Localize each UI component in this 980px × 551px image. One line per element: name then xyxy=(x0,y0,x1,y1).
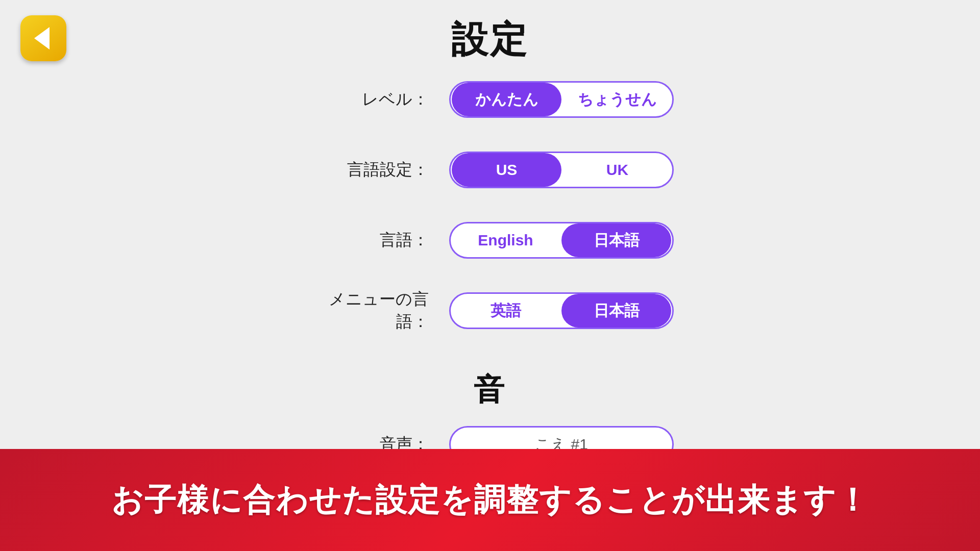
menu-language-english-option[interactable]: 英語 xyxy=(451,294,560,328)
language-uk-option[interactable]: UK xyxy=(562,153,672,187)
banner-text: お子様に合わせた設定を調整することが出来ます！ xyxy=(111,479,869,521)
sound-section-title: 音 xyxy=(474,369,506,411)
back-arrow-icon xyxy=(34,27,50,49)
level-label: レベル： xyxy=(306,88,449,111)
menu-language-label: メニューの言語： xyxy=(306,288,449,333)
language-setting-label: 言語設定： xyxy=(306,159,449,181)
level-option-challenge[interactable]: ちょうせん xyxy=(562,83,672,116)
level-option-easy[interactable]: かんたん xyxy=(452,83,561,116)
level-row: レベル： かんたん ちょうせん xyxy=(306,77,674,122)
back-button[interactable] xyxy=(20,15,66,61)
language-setting-row: 言語設定： US UK xyxy=(306,147,674,193)
level-toggle[interactable]: かんたん ちょうせん xyxy=(449,81,674,118)
content-area: レベル： かんたん ちょうせん 言語設定： US UK 言語： English xyxy=(0,61,980,449)
menu-language-japanese-option[interactable]: 日本語 xyxy=(561,294,671,328)
menu-language-toggle[interactable]: 英語 日本語 xyxy=(449,292,674,329)
page-title: 設定 xyxy=(0,0,980,64)
language-japanese-option[interactable]: 日本語 xyxy=(561,223,671,257)
settings-rows: レベル： かんたん ちょうせん 言語設定： US UK 言語： English xyxy=(306,77,674,349)
language-setting-toggle[interactable]: US UK xyxy=(449,152,674,188)
page-container: 設定 レベル： かんたん ちょうせん 言語設定： US UK xyxy=(0,0,980,551)
language-label: 言語： xyxy=(306,229,449,252)
language-english-option[interactable]: English xyxy=(451,223,560,257)
bottom-banner: お子様に合わせた設定を調整することが出来ます！ xyxy=(0,449,980,551)
language-us-option[interactable]: US xyxy=(452,153,561,187)
language-row: 言語： English 日本語 xyxy=(306,217,674,263)
menu-language-row: メニューの言語： 英語 日本語 xyxy=(306,288,674,334)
language-toggle[interactable]: English 日本語 xyxy=(449,222,674,259)
